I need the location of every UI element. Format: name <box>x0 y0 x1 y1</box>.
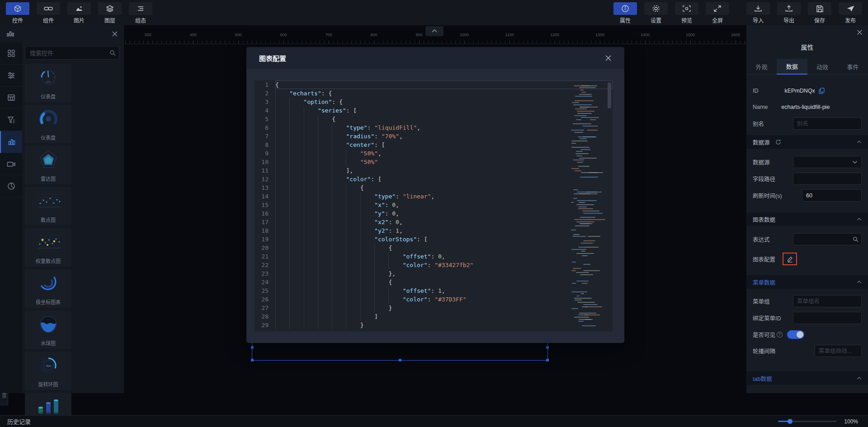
code-line-content[interactable]: { <box>275 80 613 89</box>
selection-handle[interactable] <box>546 346 549 349</box>
code-editor[interactable]: 1{2 "echarts": {3 "option": {4 "series":… <box>255 80 613 332</box>
visible-toggle[interactable] <box>787 330 804 339</box>
section-menu-data[interactable]: 菜单数据 <box>746 275 868 289</box>
code-line[interactable]: 12 "color": [ <box>255 175 613 183</box>
code-line[interactable]: 7 "radius": "70%", <box>255 132 613 141</box>
tab-data[interactable]: 数据 <box>777 59 807 75</box>
code-line[interactable]: 9 "50%", <box>255 149 613 158</box>
tab-events[interactable]: 事件 <box>838 59 868 75</box>
zoom-slider[interactable] <box>778 421 837 422</box>
code-line[interactable]: 14 "type": "linear", <box>255 192 613 201</box>
strip-item-sliders[interactable] <box>0 65 22 87</box>
menu-group-input[interactable] <box>793 295 862 307</box>
refresh-time-input[interactable] <box>802 189 862 202</box>
zoom-slider-thumb[interactable] <box>788 419 793 424</box>
code-line-content[interactable]: "colorStops": [ <box>275 235 613 244</box>
toolbar-gear-button[interactable]: 设置 <box>643 2 669 24</box>
library-card-liquid[interactable]: 水球图 <box>25 310 71 349</box>
code-line-content[interactable]: "option": { <box>275 98 613 106</box>
toolbar-fullscreen-button[interactable]: 全屏 <box>704 2 731 24</box>
code-line-content[interactable]: "y2": 1, <box>275 226 613 235</box>
toolbar-import-button[interactable]: 导入 <box>745 2 771 24</box>
code-line-content[interactable]: }, <box>275 269 613 278</box>
toolbar-cube-button[interactable]: 控件 <box>5 2 31 24</box>
editor-scrollbar[interactable] <box>608 81 611 330</box>
code-line[interactable]: 28 ] <box>255 312 613 321</box>
code-line-content[interactable]: { <box>275 278 613 286</box>
canvas-collapse-tab[interactable] <box>425 26 443 36</box>
chart-config-edit-button[interactable] <box>783 253 797 265</box>
code-line[interactable]: 23 }, <box>255 269 613 278</box>
history-button[interactable]: 历史记录 <box>7 417 31 426</box>
code-line[interactable]: 6 "type": "liquidFill", <box>255 123 613 132</box>
code-line-content[interactable]: "series": [ <box>275 106 613 115</box>
expression-input[interactable] <box>793 233 862 245</box>
code-line-content[interactable]: ] <box>275 312 613 321</box>
section-chart-data[interactable]: 图表数据 <box>746 212 868 226</box>
close-icon[interactable] <box>857 29 863 35</box>
code-line[interactable]: 27 } <box>255 304 613 312</box>
library-card-radar[interactable]: 雷达图 <box>25 146 71 184</box>
tab-animation[interactable]: 动效 <box>807 59 838 75</box>
code-line[interactable]: 4 "series": [ <box>255 106 613 115</box>
code-line[interactable]: 2 "echarts": { <box>255 89 613 98</box>
code-line[interactable]: 13 { <box>255 183 613 192</box>
strip-item-filter[interactable] <box>0 109 22 131</box>
strip-item-pie[interactable] <box>0 175 22 197</box>
code-line-content[interactable]: { <box>275 244 613 252</box>
datasource-select[interactable] <box>793 156 862 168</box>
search-input[interactable] <box>30 50 109 56</box>
code-line-content[interactable]: "echarts": { <box>275 89 613 98</box>
strip-item-bar-chart[interactable] <box>0 131 22 153</box>
code-line[interactable]: 10 "50%" <box>255 158 613 166</box>
toolbar-info-button[interactable]: 属性 <box>612 2 638 24</box>
library-card-scatter[interactable]: 散点图 <box>25 187 71 225</box>
toolbar-publish-button[interactable]: 发布 <box>837 2 863 24</box>
toolbar-image-button[interactable]: 图片 <box>66 2 92 24</box>
section-datasource[interactable]: 数据源 <box>746 135 868 149</box>
code-line-content[interactable]: "50%", <box>275 149 613 158</box>
code-line-content[interactable]: { <box>275 183 613 192</box>
code-line[interactable]: 1{ <box>255 80 613 89</box>
alias-input[interactable] <box>793 117 862 130</box>
code-line[interactable]: 8 "center": [ <box>255 141 613 149</box>
toolbar-layers-button[interactable]: 图层 <box>97 2 123 24</box>
toolbar-preview-button[interactable]: 预览 <box>674 2 700 24</box>
carousel-input[interactable] <box>815 345 862 357</box>
code-line-content[interactable]: "x2": 0, <box>275 218 613 226</box>
code-line[interactable]: 16 "y": 0, <box>255 209 613 218</box>
code-lines[interactable]: 1{2 "echarts": {3 "option": {4 "series":… <box>255 80 613 329</box>
selection-handle[interactable] <box>251 359 254 361</box>
code-line-content[interactable]: ], <box>275 166 613 175</box>
bind-menu-id-input[interactable] <box>793 312 862 324</box>
code-line-content[interactable]: "offset": 1, <box>275 286 613 295</box>
code-line-content[interactable]: } <box>275 304 613 312</box>
library-card-polar[interactable]: 极坐标图表 <box>25 269 71 308</box>
code-line[interactable]: 18 "y2": 1, <box>255 226 613 235</box>
code-line-content[interactable]: "radius": "70%", <box>275 132 613 141</box>
code-line-content[interactable]: "color": "#33427fb2" <box>275 261 613 269</box>
strip-item-video[interactable] <box>0 153 22 175</box>
scrollbar-thumb[interactable] <box>608 82 611 108</box>
code-line-content[interactable]: } <box>275 321 613 329</box>
code-line[interactable]: 26 "color": "#37D3FF" <box>255 295 613 304</box>
selection-handle[interactable] <box>546 359 549 361</box>
code-line[interactable]: 29 } <box>255 321 613 329</box>
refresh-icon[interactable] <box>775 139 781 145</box>
code-line-content[interactable]: "y": 0, <box>275 209 613 218</box>
strip-item-table[interactable] <box>0 87 22 109</box>
copy-icon[interactable] <box>819 88 825 94</box>
code-line-content[interactable]: "type": "liquidFill", <box>275 123 613 132</box>
library-card-gauge2[interactable]: 仪表盘 <box>25 105 71 143</box>
code-line[interactable]: 22 "color": "#33427fb2" <box>255 261 613 269</box>
section-tab-data[interactable]: tab数据 <box>746 371 868 385</box>
code-line[interactable]: 24 { <box>255 278 613 286</box>
code-line[interactable]: 5 { <box>255 115 613 123</box>
strip-item-grid[interactable] <box>0 42 22 65</box>
code-line[interactable]: 3 "option": { <box>255 98 613 106</box>
code-line-content[interactable]: "x": 0, <box>275 201 613 209</box>
close-icon[interactable] <box>112 31 118 37</box>
field-path-input[interactable] <box>793 173 862 185</box>
close-icon[interactable] <box>605 55 612 61</box>
library-card-ring[interactable]: 75%旋转环图 <box>25 352 71 390</box>
